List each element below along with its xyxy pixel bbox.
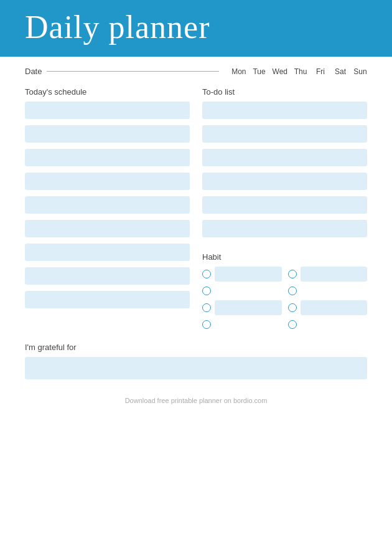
grateful-section: I'm grateful for xyxy=(25,343,367,379)
todo-input-3[interactable] xyxy=(202,149,367,166)
habit-circle-3[interactable] xyxy=(202,303,211,312)
grateful-input[interactable] xyxy=(25,357,367,379)
schedule-input-3[interactable] xyxy=(25,149,190,166)
todo-input-4[interactable] xyxy=(202,173,367,190)
habit-row-r4 xyxy=(288,320,368,329)
schedule-input-5[interactable] xyxy=(25,196,190,214)
habit-row-4 xyxy=(202,320,282,329)
habit-box-r1[interactable] xyxy=(301,267,368,282)
day-wed[interactable]: Wed xyxy=(273,67,287,76)
date-row: Date Mon Tue Wed Thu Fri Sat Sun xyxy=(25,67,367,76)
todo-input-2[interactable] xyxy=(202,125,367,143)
header: Daily planner xyxy=(0,0,392,57)
page-title: Daily planner xyxy=(25,9,367,45)
date-label: Date xyxy=(25,67,42,76)
habit-row-2 xyxy=(202,287,282,295)
content: Date Mon Tue Wed Thu Fri Sat Sun Today's… xyxy=(0,57,392,417)
habit-row-1 xyxy=(202,267,282,282)
day-fri[interactable]: Fri xyxy=(314,67,327,76)
habit-section: Habit xyxy=(202,252,367,334)
habit-circle-r2[interactable] xyxy=(288,287,297,295)
day-thu[interactable]: Thu xyxy=(294,67,307,76)
todo-input-5[interactable] xyxy=(202,196,367,214)
schedule-input-9[interactable] xyxy=(25,291,190,308)
schedule-input-4[interactable] xyxy=(25,173,190,190)
habit-row-r1 xyxy=(288,267,368,282)
footer-text: Download free printable planner on bordi… xyxy=(125,397,268,404)
schedule-input-2[interactable] xyxy=(25,125,190,143)
habit-grid xyxy=(202,267,367,334)
habit-circle-r3[interactable] xyxy=(288,303,297,312)
habit-circle-2[interactable] xyxy=(202,287,211,295)
footer: Download free printable planner on bordi… xyxy=(25,397,367,404)
day-sun[interactable]: Sun xyxy=(353,67,367,76)
habit-circle-1[interactable] xyxy=(202,270,211,278)
habit-box-3[interactable] xyxy=(215,300,282,315)
schedule-input-1[interactable] xyxy=(25,102,190,119)
habit-box-1[interactable] xyxy=(215,267,282,282)
schedule-title: Today's schedule xyxy=(25,87,190,97)
todo-title: To-do list xyxy=(202,87,367,97)
day-labels: Mon Tue Wed Thu Fri Sat Sun xyxy=(231,67,367,76)
habit-row-r2 xyxy=(288,287,368,295)
habit-circle-r1[interactable] xyxy=(288,270,297,278)
date-line xyxy=(47,71,219,72)
habit-row-r3 xyxy=(288,300,368,315)
schedule-input-6[interactable] xyxy=(25,220,190,237)
habit-circle-4[interactable] xyxy=(202,320,211,329)
spacer xyxy=(202,244,367,250)
schedule-input-8[interactable] xyxy=(25,267,190,285)
day-mon[interactable]: Mon xyxy=(231,67,246,76)
day-sat[interactable]: Sat xyxy=(334,67,347,76)
habit-circle-r4[interactable] xyxy=(288,320,297,329)
habit-left-col xyxy=(202,267,282,334)
right-col: To-do list Habit xyxy=(202,87,367,334)
habit-right-col xyxy=(288,267,368,334)
main-cols: Today's schedule To-do list xyxy=(25,87,367,334)
habit-title: Habit xyxy=(202,252,367,262)
habit-row-3 xyxy=(202,300,282,315)
left-col: Today's schedule xyxy=(25,87,190,334)
todo-input-1[interactable] xyxy=(202,102,367,119)
grateful-title: I'm grateful for xyxy=(25,343,367,352)
todo-input-6[interactable] xyxy=(202,220,367,237)
habit-box-r3[interactable] xyxy=(301,300,368,315)
schedule-input-7[interactable] xyxy=(25,244,190,261)
day-tue[interactable]: Tue xyxy=(253,67,266,76)
